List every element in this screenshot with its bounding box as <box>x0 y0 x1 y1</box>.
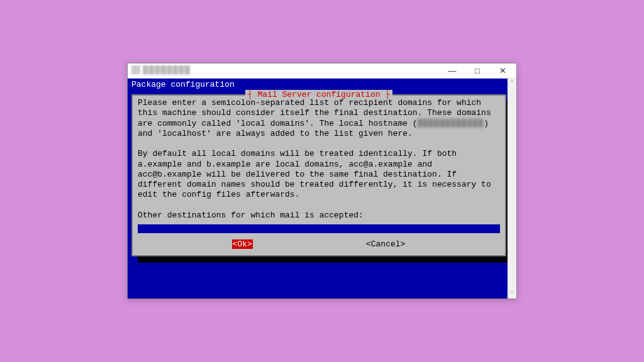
app-icon <box>131 65 140 74</box>
dialog-wrap: ┤ Mail Server configuration ├ Please ent… <box>131 94 506 256</box>
scroll-up-icon[interactable]: ˄ <box>508 79 516 87</box>
package-config-header: Package configuration <box>128 79 516 90</box>
mail-server-config-dialog: ┤ Mail Server configuration ├ Please ent… <box>131 94 506 256</box>
prompt-label: Other destinations for which mail is acc… <box>138 211 364 220</box>
titlebar: ████████ — □ ✕ <box>128 63 516 79</box>
close-button[interactable]: ✕ <box>490 64 515 78</box>
ok-button[interactable]: <Ok> <box>232 239 253 249</box>
domains-input[interactable] <box>138 224 500 233</box>
dialog-title: ┤ Mail Server configuration ├ <box>245 90 392 99</box>
scroll-down-icon[interactable]: ˅ <box>508 290 516 299</box>
maximize-button[interactable]: □ <box>465 64 490 78</box>
scrollbar[interactable]: ˄ ˅ <box>508 79 516 299</box>
app-title-redacted: ████████ <box>143 65 191 74</box>
instruction-text-2: By default all local domains will be tre… <box>138 149 491 199</box>
dialog-title-row: ┤ Mail Server configuration ├ <box>133 90 505 99</box>
button-row: <Ok> <Cancel> <box>138 239 500 249</box>
app-window: ████████ — □ ✕ Package configuration ┤ M… <box>127 63 517 299</box>
dialog-body: Please enter a semicolon-separated list … <box>138 98 500 221</box>
minimize-button[interactable]: — <box>440 64 465 78</box>
terminal-viewport: Package configuration ┤ Mail Server conf… <box>128 79 516 299</box>
cancel-button[interactable]: <Cancel> <box>365 239 406 249</box>
hostname-redacted: ████████████ <box>418 119 484 129</box>
titlebar-left: ████████ <box>131 65 191 74</box>
